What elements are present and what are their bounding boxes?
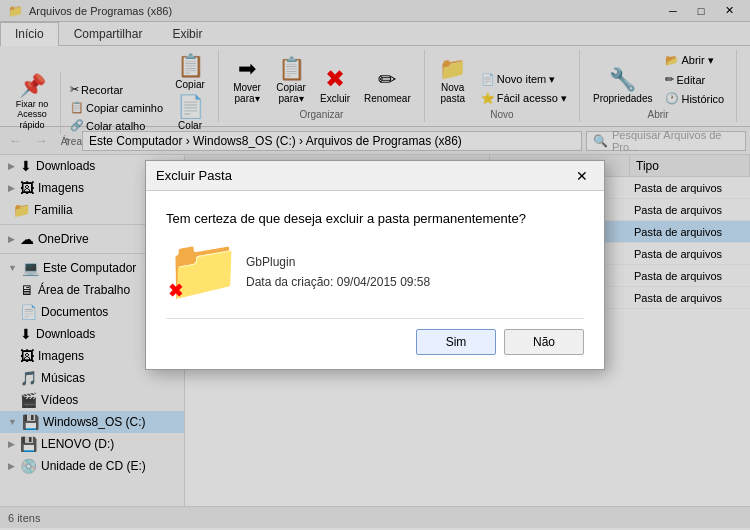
dialog-overlay: Excluir Pasta ✕ Tem certeza de que desej… (0, 0, 750, 530)
dialog-yes-button[interactable]: Sim (416, 329, 496, 355)
delete-dialog: Excluir Pasta ✕ Tem certeza de que desej… (145, 160, 605, 370)
delete-x-icon: ✖ (168, 280, 183, 302)
dialog-title: Excluir Pasta (156, 168, 570, 183)
dialog-created-date: 09/04/2015 09:58 (337, 275, 430, 289)
dialog-close-button[interactable]: ✕ (570, 164, 594, 188)
dialog-file-area: 📁 ✖ GbPlugin Data da criação: 09/04/2015… (166, 240, 584, 304)
dialog-created-label: Data da criação: (246, 275, 333, 289)
dialog-buttons: Sim Não (166, 318, 584, 355)
dialog-question: Tem certeza de que deseja excluir a past… (166, 211, 584, 226)
dialog-body: Tem certeza de que deseja excluir a past… (146, 191, 604, 369)
dialog-folder-name: GbPlugin (246, 252, 430, 272)
dialog-file-info: GbPlugin Data da criação: 09/04/2015 09:… (246, 252, 430, 293)
dialog-created-info: Data da criação: 09/04/2015 09:58 (246, 272, 430, 292)
folder-delete-icon-wrap: 📁 ✖ (166, 240, 230, 304)
dialog-no-button[interactable]: Não (504, 329, 584, 355)
dialog-title-bar: Excluir Pasta ✕ (146, 161, 604, 191)
